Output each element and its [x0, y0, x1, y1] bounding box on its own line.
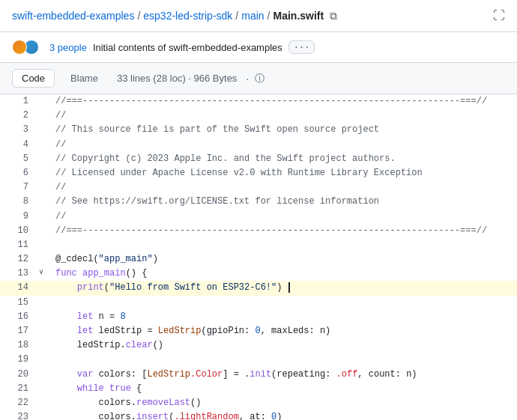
line-number[interactable]: 1 — [0, 94, 37, 109]
breadcrumb-sep-1: / — [137, 10, 140, 22]
code-cell: // — [49, 210, 517, 224]
table-row: 1//===----------------------------------… — [0, 94, 517, 109]
code-cell — [49, 296, 517, 310]
commit-bar: 3 people Initial contents of swift-embed… — [0, 32, 517, 63]
expand-marker — [37, 210, 49, 224]
table-row: 10//===---------------------------------… — [0, 224, 517, 238]
table-row: 13∨func app_main() { — [0, 267, 517, 281]
line-number[interactable]: 10 — [0, 224, 37, 238]
table-row: 11 — [0, 238, 517, 252]
line-number[interactable]: 8 — [0, 195, 37, 209]
commit-hash[interactable]: ··· — [288, 40, 315, 54]
table-row: 3// This source file is part of the Swif… — [0, 123, 517, 137]
code-cell: func app_main() { — [49, 267, 517, 281]
line-number[interactable]: 12 — [0, 252, 37, 267]
expand-marker — [37, 123, 49, 137]
expand-marker[interactable]: ∨ — [37, 267, 49, 281]
expand-icon[interactable]: ⛶ — [493, 9, 505, 22]
code-table: 1//===----------------------------------… — [0, 94, 517, 420]
expand-marker — [37, 368, 49, 382]
line-number[interactable]: 4 — [0, 138, 37, 152]
file-header: Code Blame 33 lines (28 loc) · 966 Bytes… — [0, 63, 517, 94]
code-container: 1//===----------------------------------… — [0, 94, 517, 420]
expand-marker — [37, 152, 49, 166]
expand-marker — [37, 252, 49, 267]
table-row: 4// — [0, 138, 517, 152]
line-number[interactable]: 16 — [0, 310, 37, 324]
code-cell: var colors: [LedStrip.Color] = .init(rep… — [49, 368, 517, 382]
table-row: 5// Copyright (c) 2023 Apple Inc. and th… — [0, 152, 517, 166]
code-cell: let ledStrip = LedStrip(gpioPin: 0, maxL… — [49, 324, 517, 338]
table-row: 9// — [0, 210, 517, 224]
tab-code[interactable]: Code — [12, 69, 55, 88]
table-row: 22 colors.removeLast() — [0, 396, 517, 410]
people-count[interactable]: 3 people — [49, 42, 87, 53]
breadcrumb-filename: Main.swift — [273, 10, 324, 22]
line-number[interactable]: 5 — [0, 152, 37, 166]
line-number[interactable]: 13 — [0, 267, 37, 281]
line-number[interactable]: 9 — [0, 210, 37, 224]
line-number[interactable]: 17 — [0, 324, 37, 338]
tab-blame[interactable]: Blame — [61, 69, 108, 88]
table-row: 6// Licensed under Apache License v2.0 w… — [0, 166, 517, 180]
code-cell: // — [49, 138, 517, 152]
code-cell: ledStrip.clear() — [49, 338, 517, 353]
line-number[interactable]: 15 — [0, 296, 37, 310]
table-row: 23 colors.insert(.lightRandom, at: 0) — [0, 410, 517, 420]
line-number[interactable]: 6 — [0, 166, 37, 180]
breadcrumb-sep-3: / — [267, 10, 270, 22]
table-row: 2// — [0, 109, 517, 123]
info-icon[interactable]: ⓘ — [255, 72, 264, 85]
line-number[interactable]: 7 — [0, 180, 37, 195]
expand-marker — [37, 180, 49, 195]
line-number[interactable]: 22 — [0, 396, 37, 410]
table-row: 7// — [0, 180, 517, 195]
code-cell: // — [49, 180, 517, 195]
expand-marker — [37, 224, 49, 238]
table-row: 18 ledStrip.clear() — [0, 338, 517, 353]
file-meta: 33 lines (28 loc) · 966 Bytes — [117, 73, 237, 84]
code-cell — [49, 353, 517, 367]
line-number[interactable]: 21 — [0, 382, 37, 396]
line-number[interactable]: 19 — [0, 353, 37, 367]
expand-marker — [37, 324, 49, 338]
table-row: 19 — [0, 353, 517, 367]
code-cell: while true { — [49, 382, 517, 396]
breadcrumb: swift-embedded-examples / esp32-led-stri… — [0, 0, 517, 32]
breadcrumb-folder2[interactable]: main — [241, 10, 264, 22]
code-cell: // See https://swift.org/LICENSE.txt for… — [49, 195, 517, 209]
code-cell: //===-----------------------------------… — [49, 224, 517, 238]
code-cell: // This source file is part of the Swift… — [49, 123, 517, 137]
line-number[interactable]: 3 — [0, 123, 37, 137]
commit-message: Initial contents of swift-embedded-examp… — [93, 42, 282, 53]
expand-marker — [37, 138, 49, 152]
breadcrumb-folder1[interactable]: esp32-led-strip-sdk — [143, 10, 232, 22]
code-cell: @_cdecl("app_main") — [49, 252, 517, 267]
breadcrumb-sep-2: / — [235, 10, 238, 22]
expand-marker — [37, 296, 49, 310]
table-row: 14 print("Hello from Swift on ESP32-C6!"… — [0, 281, 517, 295]
code-cell: // Licensed under Apache License v2.0 wi… — [49, 166, 517, 180]
expand-marker — [37, 281, 49, 295]
code-cell: let n = 8 — [49, 310, 517, 324]
expand-marker — [37, 353, 49, 367]
line-number[interactable]: 14 — [0, 281, 37, 295]
line-number[interactable]: 2 — [0, 109, 37, 123]
expand-marker — [37, 338, 49, 353]
line-number[interactable]: 20 — [0, 368, 37, 382]
code-cell: // — [49, 109, 517, 123]
table-row: 21 while true { — [0, 382, 517, 396]
table-row: 12@_cdecl("app_main") — [0, 252, 517, 267]
code-cell: colors.insert(.lightRandom, at: 0) — [49, 410, 517, 420]
line-number[interactable]: 23 — [0, 410, 37, 420]
copy-icon[interactable]: ⧉ — [330, 10, 337, 22]
table-row: 17 let ledStrip = LedStrip(gpioPin: 0, m… — [0, 324, 517, 338]
line-number[interactable]: 18 — [0, 338, 37, 353]
code-cell: print("Hello from Swift on ESP32-C6!") — [49, 281, 517, 295]
line-number[interactable]: 11 — [0, 238, 37, 252]
expand-marker — [37, 166, 49, 180]
code-cell: colors.removeLast() — [49, 396, 517, 410]
breadcrumb-repo[interactable]: swift-embedded-examples — [12, 10, 134, 22]
code-cell: // Copyright (c) 2023 Apple Inc. and the… — [49, 152, 517, 166]
expand-marker — [37, 109, 49, 123]
